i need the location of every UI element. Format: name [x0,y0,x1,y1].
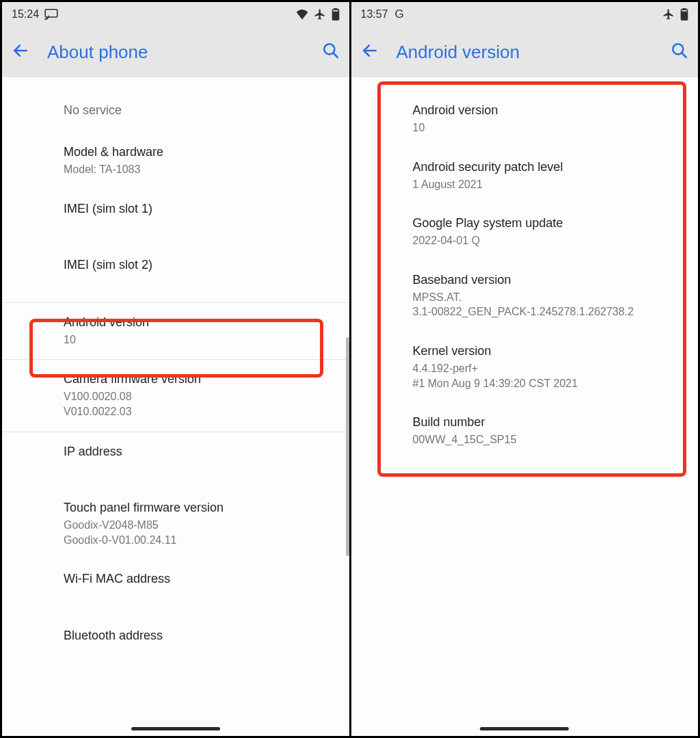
svg-rect-0 [45,10,57,17]
svg-rect-9 [682,12,686,18]
list-item-no-service[interactable]: No service [2,91,349,133]
nav-handle[interactable] [131,727,220,730]
list-item-bt[interactable]: Bluetooth address [2,616,349,658]
list-item-android-version[interactable]: Android version 10 [351,91,699,148]
status-bar: 13:57 G [351,2,699,27]
list-item-title: Android version [64,315,329,330]
list-item-model[interactable]: Model & hardware Model: TA-1083 [2,133,349,189]
list-item-imei1[interactable]: IMEI (sim slot 1) . [2,189,349,246]
scroll-indicator [346,337,349,556]
search-button[interactable] [671,42,688,62]
list-item-title: Baseband version [413,273,678,287]
list-item-title: Bluetooth address [64,629,329,643]
content-list: Android version 10 Android security patc… [351,77,699,736]
nav-handle[interactable] [480,727,569,730]
airplane-icon [662,8,675,21]
content-list: No service Model & hardware Model: TA-10… [2,77,349,736]
app-bar: About phone [2,27,349,77]
list-item-subtitle: Goodix-V2048-M85 Goodix-0-V01.00.24.11 [64,518,329,547]
list-item-title: Wi-Fi MAC address [64,572,329,586]
list-item-title: Model & hardware [64,145,329,159]
list-item-title: Camera firmware version [64,372,329,386]
list-item-play-update[interactable]: Google Play system update 2022-04-01 Q [351,204,699,261]
list-item-subtitle: 10 [64,332,329,347]
list-item-subtitle: 10 [413,120,678,135]
app-bar: Android version [351,27,699,77]
list-item-subtitle: Model: TA-1083 [64,162,329,177]
svg-rect-2 [334,8,337,10]
list-item-build[interactable]: Build number 00WW_4_15C_SP15 [351,403,699,460]
list-item-title: Touch panel firmware version [64,501,329,515]
list-item-title: IP address [64,445,329,459]
list-item-subtitle: 4.4.192-perf+ #1 Mon Aug 9 14:39:20 CST … [413,361,678,391]
cast-icon [44,9,58,20]
about-phone-screen: 15:24 [2,2,351,736]
list-item-subtitle: 00WW_4_15C_SP15 [413,432,678,447]
list-item-subtitle: 1 August 2021 [413,177,678,192]
status-bar: 15:24 [2,2,349,27]
list-item-title: Android security patch level [413,160,678,174]
list-item-title: IMEI (sim slot 1) [64,202,329,216]
search-button[interactable] [322,42,340,62]
list-item-title: IMEI (sim slot 2) [64,258,329,272]
list-item-title: Android version [413,103,678,118]
back-button[interactable] [12,42,29,62]
page-title: Android version [396,42,654,63]
list-item-security-patch[interactable]: Android security patch level 1 August 20… [351,148,699,205]
list-item-title: Kernel version [413,344,678,358]
svg-line-6 [333,53,338,57]
status-time: 13:57 [361,8,388,21]
list-item-baseband[interactable]: Baseband version MPSS.AT. 3.1-00822_GEN_… [351,261,699,332]
list-item-camera-fw[interactable]: Camera firmware version V100.0020.08 V01… [2,360,349,431]
list-item-android-version[interactable]: Android version 10 [2,303,349,360]
page-title: About phone [47,42,304,63]
status-time: 15:24 [12,8,39,21]
list-item-title: Build number [413,415,678,430]
svg-rect-3 [333,12,337,18]
svg-rect-8 [683,8,686,10]
list-item-imei2[interactable]: IMEI (sim slot 2) . [2,246,349,302]
list-item-wifi-mac[interactable]: Wi-Fi MAC address . [2,559,349,616]
wifi-icon [296,9,308,20]
list-item-subtitle: V100.0020.08 V010.0022.03 [64,389,329,419]
battery-icon [332,8,340,21]
svg-line-12 [682,53,686,57]
battery-icon [680,8,688,21]
list-item-subtitle: 2022-04-01 Q [413,233,678,248]
list-item-touch-fw[interactable]: Touch panel firmware version Goodix-V204… [2,488,349,559]
android-version-screen: 13:57 G Android version [351,2,699,736]
list-item-kernel[interactable]: Kernel version 4.4.192-perf+ #1 Mon Aug … [351,332,699,403]
back-button[interactable] [361,42,379,62]
list-item-title: Google Play system update [413,216,678,230]
list-item-ip[interactable]: IP address . [2,432,349,489]
airplane-icon [314,8,326,21]
google-indicator: G [394,8,404,21]
list-item-subtitle: MPSS.AT. 3.1-00822_GEN_PACK-1.245278.1.2… [413,290,678,319]
list-item-text: No service [64,103,329,118]
